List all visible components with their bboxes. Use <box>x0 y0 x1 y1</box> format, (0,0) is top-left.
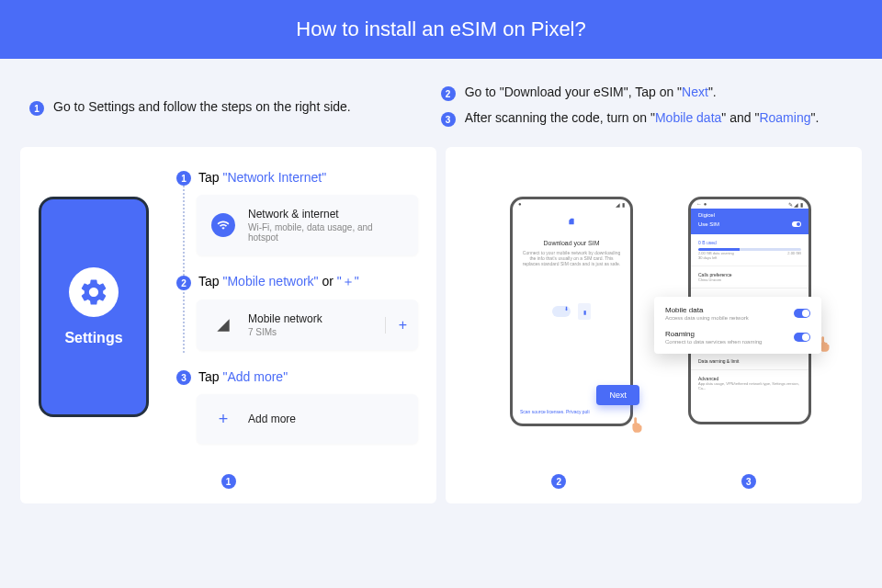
step-badge-2: 2 <box>441 86 456 101</box>
roaming-sub: Connect to data services when roaming <box>665 339 762 345</box>
advanced-item: Advanced App data usage, VPN/tethered ne… <box>691 370 808 396</box>
download-sim-title: Download your SIM <box>513 240 630 246</box>
mobile-data-toggle <box>794 309 810 318</box>
cellular-icon <box>211 313 235 337</box>
panel-1: Settings 1 Tap "Network Internet" <box>20 147 436 503</box>
substep-3-badge: 3 <box>176 370 191 385</box>
next-button: Next <box>596 385 639 405</box>
mobile-data-title: Mobile data <box>665 306 749 314</box>
sim-card-icon: ▮ <box>578 303 591 320</box>
instruction-left: 1 Go to Settings and follow the steps on… <box>29 85 404 136</box>
highlight-roaming: Roaming <box>759 110 810 125</box>
panel-1-footer: 1 <box>39 465 418 489</box>
download-sim-footer: Scan source licenses. Privacy poli <box>520 409 590 414</box>
page-title: How to install an eSIM on Pixel? <box>296 17 586 41</box>
substep-2: 2 Tap "Mobile network" or "＋" Mobile net… <box>176 274 418 350</box>
card-title: Mobile network <box>248 312 322 325</box>
plus-icon: + <box>211 407 235 431</box>
sim-icon <box>568 218 575 225</box>
panel-badge-1: 1 <box>221 474 236 489</box>
substep-3: 3 Tap "Add more" + Add more <box>176 368 418 444</box>
settings-phone-mock: Settings <box>39 197 149 417</box>
highlight-next: Next <box>682 85 708 99</box>
panel-2: ●◢ ▮ Download your SIM Connect to your m… <box>446 147 862 503</box>
panel-badge-2: 2 <box>551 474 566 489</box>
substep-2-badge: 2 <box>176 276 191 290</box>
card-title: Add more <box>248 413 296 425</box>
sim-settings-phone: ← ●✎ ◢ ▮ Digicel Use SIM 0 B used 2.00 G… <box>688 197 811 424</box>
roaming-title: Roaming <box>665 330 762 338</box>
download-sim-desc: Connect to your mobile network by downlo… <box>513 246 630 270</box>
roaming-toggle <box>794 333 810 342</box>
substep-1-text: Tap "Network Internet" <box>198 170 326 185</box>
use-sim-label: Use SIM <box>698 221 719 227</box>
download-illustration: ▮ <box>513 303 630 320</box>
highlight-mobile-data: Mobile data <box>655 110 721 125</box>
instruction-3-text: After scanning the code, turn on "Mobile… <box>465 110 820 125</box>
carrier-name: Digicel <box>698 212 801 218</box>
panel-badge-3: 3 <box>741 474 756 489</box>
mobile-data-sub: Access data using mobile network <box>665 315 749 321</box>
panel-2-footer: 2 3 <box>464 465 843 489</box>
step-badge-3: 3 <box>441 112 456 127</box>
card-subtitle: 7 SIMs <box>248 327 322 337</box>
settings-label: Settings <box>64 330 122 346</box>
header: How to install an eSIM on Pixel? <box>0 0 882 59</box>
data-warning-item: Data warning & limit <box>691 353 808 370</box>
toggle-popup: Mobile data Access data using mobile net… <box>654 297 821 354</box>
mobile-network-card: Mobile network 7 SIMs + <box>197 300 418 350</box>
gear-icon <box>69 267 119 317</box>
instruction-right: 2 Go to "Download your eSIM", Tap on "Ne… <box>441 85 853 136</box>
network-internet-card: Network & internet Wi-Fi, mobile, data u… <box>197 195 418 255</box>
use-sim-toggle <box>792 221 801 227</box>
steps-column: 1 Tap "Network Internet" Network & inter… <box>176 169 418 465</box>
add-more-card: + Add more <box>197 394 418 444</box>
panels-row: Settings 1 Tap "Network Internet" <box>0 147 882 503</box>
instruction-1-text: Go to Settings and follow the steps on t… <box>53 99 351 114</box>
card-title: Network & internet <box>248 208 403 220</box>
plus-icon: + <box>385 317 407 334</box>
status-bar: ← ●✎ ◢ ▮ <box>691 199 808 209</box>
substep-2-text: Tap "Mobile network" or "＋" <box>198 274 359 290</box>
substep-1-badge: 1 <box>176 171 191 186</box>
data-usage-item: 0 B used 2.00 GB data warning30 days lef… <box>691 234 808 266</box>
status-bar: ●◢ ▮ <box>513 199 630 209</box>
top-instructions: 1 Go to Settings and follow the steps on… <box>0 59 882 147</box>
substep-1: 1 Tap "Network Internet" Network & inter… <box>176 169 418 255</box>
cloud-icon <box>552 306 571 317</box>
step-badge-1: 1 <box>29 101 44 116</box>
sim-topbar: Digicel Use SIM <box>691 209 808 234</box>
download-sim-phone: ●◢ ▮ Download your SIM Connect to your m… <box>510 197 633 426</box>
wifi-icon <box>211 213 235 237</box>
hand-pointer-icon <box>627 414 647 435</box>
substep-3-text: Tap "Add more" <box>198 369 288 384</box>
instruction-2-text: Go to "Download your eSIM", Tap on "Next… <box>465 85 717 99</box>
calls-pref-item: Calls preference China Unicom <box>691 266 808 288</box>
card-subtitle: Wi-Fi, mobile, data usage, and hotspot <box>248 222 403 243</box>
